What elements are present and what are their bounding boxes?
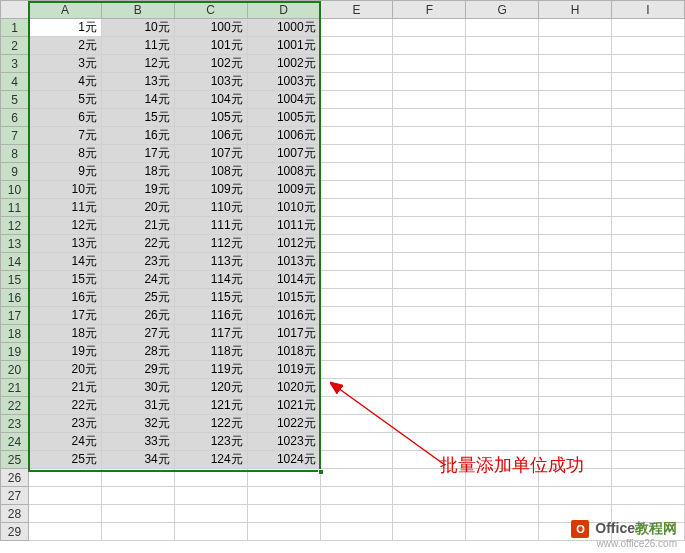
cell[interactable]: 107元 [174, 145, 247, 163]
cell[interactable]: 8元 [28, 145, 101, 163]
cell[interactable] [466, 145, 539, 163]
cell[interactable] [393, 379, 466, 397]
row-header[interactable]: 10 [1, 181, 29, 199]
row-header[interactable]: 11 [1, 199, 29, 217]
cell[interactable] [28, 469, 101, 487]
cell[interactable] [466, 487, 539, 505]
cell[interactable] [612, 289, 685, 307]
cell[interactable] [393, 235, 466, 253]
cell[interactable] [320, 217, 393, 235]
row-header[interactable]: 6 [1, 109, 29, 127]
cell[interactable]: 19元 [101, 181, 174, 199]
cell[interactable]: 1001元 [247, 37, 320, 55]
cell[interactable] [466, 361, 539, 379]
cell[interactable] [612, 19, 685, 37]
cell[interactable] [612, 397, 685, 415]
cell[interactable] [393, 73, 466, 91]
cell[interactable] [612, 145, 685, 163]
cell[interactable] [466, 523, 539, 541]
cell[interactable] [393, 55, 466, 73]
cell[interactable]: 16元 [101, 127, 174, 145]
cell[interactable]: 112元 [174, 235, 247, 253]
cell[interactable]: 14元 [28, 253, 101, 271]
cell[interactable] [320, 289, 393, 307]
cell[interactable] [28, 523, 101, 541]
cell[interactable] [320, 55, 393, 73]
cell[interactable]: 20元 [101, 199, 174, 217]
cell[interactable] [539, 145, 612, 163]
cell[interactable] [539, 487, 612, 505]
row-header[interactable]: 4 [1, 73, 29, 91]
cell[interactable] [612, 415, 685, 433]
cell[interactable] [612, 91, 685, 109]
cell[interactable] [320, 361, 393, 379]
cell[interactable] [393, 145, 466, 163]
cell[interactable] [466, 397, 539, 415]
cell[interactable] [320, 163, 393, 181]
cell[interactable]: 26元 [101, 307, 174, 325]
cell[interactable]: 24元 [28, 433, 101, 451]
cell[interactable]: 105元 [174, 109, 247, 127]
cell[interactable] [612, 361, 685, 379]
cell[interactable] [539, 181, 612, 199]
cell[interactable] [320, 397, 393, 415]
row-header[interactable]: 20 [1, 361, 29, 379]
cell[interactable]: 1010元 [247, 199, 320, 217]
cell[interactable] [320, 451, 393, 469]
row-header[interactable]: 15 [1, 271, 29, 289]
cell[interactable]: 29元 [101, 361, 174, 379]
cell[interactable] [320, 235, 393, 253]
cell[interactable]: 21元 [28, 379, 101, 397]
cell[interactable] [539, 55, 612, 73]
column-header-d[interactable]: D [247, 1, 320, 19]
cell[interactable] [539, 73, 612, 91]
cell[interactable]: 110元 [174, 199, 247, 217]
cell[interactable] [466, 37, 539, 55]
cell[interactable] [320, 181, 393, 199]
cell[interactable] [539, 379, 612, 397]
cell[interactable] [612, 235, 685, 253]
cell[interactable]: 122元 [174, 415, 247, 433]
cell[interactable] [393, 505, 466, 523]
cell[interactable] [466, 55, 539, 73]
cell[interactable]: 16元 [28, 289, 101, 307]
cell[interactable] [393, 253, 466, 271]
cell[interactable]: 1015元 [247, 289, 320, 307]
cell[interactable]: 19元 [28, 343, 101, 361]
cell[interactable]: 115元 [174, 289, 247, 307]
cell[interactable] [320, 325, 393, 343]
cell[interactable] [28, 505, 101, 523]
row-header[interactable]: 2 [1, 37, 29, 55]
column-header-i[interactable]: I [612, 1, 685, 19]
cell[interactable] [466, 217, 539, 235]
cell[interactable] [466, 253, 539, 271]
cell[interactable]: 27元 [101, 325, 174, 343]
cell[interactable]: 11元 [28, 199, 101, 217]
cell[interactable]: 108元 [174, 163, 247, 181]
cell[interactable]: 102元 [174, 55, 247, 73]
cell[interactable] [612, 307, 685, 325]
cell[interactable] [612, 181, 685, 199]
cell[interactable]: 25元 [101, 289, 174, 307]
cell[interactable] [320, 487, 393, 505]
cell[interactable] [101, 469, 174, 487]
cell[interactable]: 111元 [174, 217, 247, 235]
cell[interactable]: 118元 [174, 343, 247, 361]
cell[interactable] [539, 343, 612, 361]
cell[interactable] [247, 505, 320, 523]
cell[interactable] [466, 289, 539, 307]
cell[interactable] [466, 343, 539, 361]
row-header[interactable]: 3 [1, 55, 29, 73]
cell[interactable] [612, 325, 685, 343]
cell[interactable]: 32元 [101, 415, 174, 433]
select-all-corner[interactable] [1, 1, 29, 19]
cell[interactable] [393, 91, 466, 109]
column-header-f[interactable]: F [393, 1, 466, 19]
cell[interactable]: 4元 [28, 73, 101, 91]
cell[interactable]: 120元 [174, 379, 247, 397]
cell[interactable] [466, 127, 539, 145]
cell[interactable] [612, 433, 685, 451]
row-header[interactable]: 8 [1, 145, 29, 163]
cell[interactable] [539, 235, 612, 253]
cell[interactable]: 22元 [28, 397, 101, 415]
